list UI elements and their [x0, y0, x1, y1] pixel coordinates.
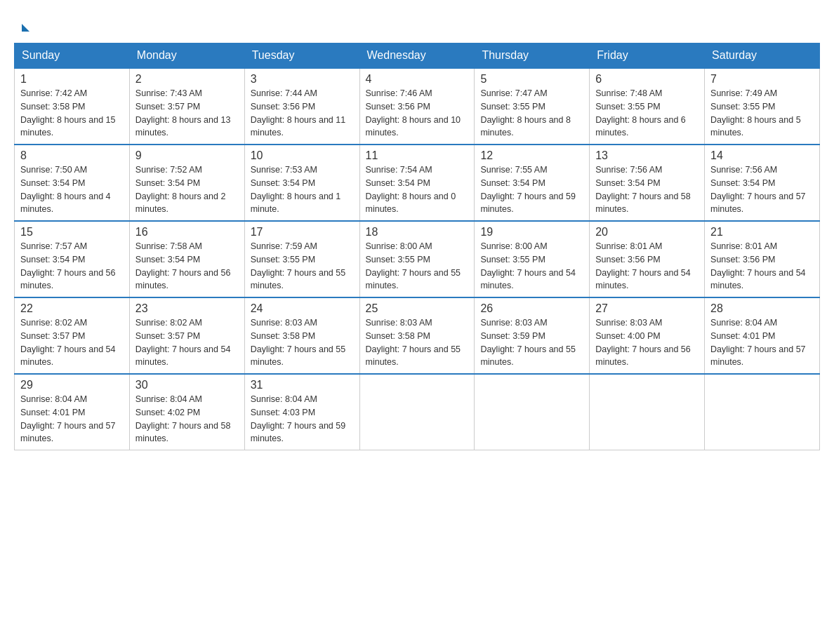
day-number: 1 — [20, 73, 124, 86]
day-info: Sunrise: 8:03 AMSunset: 3:58 PMDaylight:… — [366, 318, 461, 367]
calendar-cell: 14 Sunrise: 7:56 AMSunset: 3:54 PMDaylig… — [705, 145, 820, 221]
day-number: 27 — [595, 302, 699, 315]
day-number: 25 — [366, 302, 469, 315]
day-info: Sunrise: 8:01 AMSunset: 3:56 PMDaylight:… — [595, 241, 691, 290]
calendar-cell: 21 Sunrise: 8:01 AMSunset: 3:56 PMDaylig… — [705, 221, 820, 297]
day-info: Sunrise: 7:56 AMSunset: 3:54 PMDaylight:… — [710, 165, 806, 214]
column-header-saturday: Saturday — [705, 43, 820, 69]
day-number: 10 — [251, 149, 354, 162]
day-number: 12 — [480, 149, 583, 162]
day-info: Sunrise: 7:59 AMSunset: 3:55 PMDaylight:… — [251, 241, 346, 290]
day-number: 23 — [135, 302, 239, 315]
day-number: 5 — [480, 73, 583, 86]
day-info: Sunrise: 8:04 AMSunset: 4:02 PMDaylight:… — [135, 394, 231, 443]
day-info: Sunrise: 7:54 AMSunset: 3:54 PMDaylight:… — [366, 165, 456, 214]
day-info: Sunrise: 7:44 AMSunset: 3:56 PMDaylight:… — [251, 88, 346, 137]
calendar-cell: 9 Sunrise: 7:52 AMSunset: 3:54 PMDayligh… — [129, 145, 244, 221]
day-number: 31 — [251, 379, 354, 391]
day-info: Sunrise: 7:57 AMSunset: 3:54 PMDaylight:… — [20, 241, 116, 290]
column-header-thursday: Thursday — [475, 43, 590, 69]
day-number: 7 — [710, 73, 814, 86]
calendar-cell: 15 Sunrise: 7:57 AMSunset: 3:54 PMDaylig… — [15, 221, 130, 297]
day-info: Sunrise: 7:47 AMSunset: 3:55 PMDaylight:… — [480, 88, 571, 137]
calendar-cell: 29 Sunrise: 8:04 AMSunset: 4:01 PMDaylig… — [15, 374, 130, 450]
column-header-friday: Friday — [590, 43, 705, 69]
calendar-week-row: 29 Sunrise: 8:04 AMSunset: 4:01 PMDaylig… — [15, 374, 820, 450]
day-number: 17 — [251, 226, 354, 239]
day-number: 15 — [20, 226, 124, 239]
calendar-week-row: 15 Sunrise: 7:57 AMSunset: 3:54 PMDaylig… — [15, 221, 820, 297]
day-info: Sunrise: 7:46 AMSunset: 3:56 PMDaylight:… — [366, 88, 461, 137]
calendar-cell: 16 Sunrise: 7:58 AMSunset: 3:54 PMDaylig… — [129, 221, 244, 297]
day-number: 24 — [251, 302, 354, 315]
day-info: Sunrise: 8:02 AMSunset: 3:57 PMDaylight:… — [20, 318, 116, 367]
day-number: 2 — [135, 73, 239, 86]
calendar-cell — [590, 374, 705, 450]
day-number: 6 — [595, 73, 699, 86]
calendar-cell: 27 Sunrise: 8:03 AMSunset: 4:00 PMDaylig… — [590, 297, 705, 374]
day-info: Sunrise: 8:01 AMSunset: 3:56 PMDaylight:… — [710, 241, 806, 290]
day-number: 4 — [366, 73, 469, 86]
day-info: Sunrise: 8:04 AMSunset: 4:01 PMDaylight:… — [710, 318, 806, 367]
day-number: 30 — [135, 379, 239, 391]
day-info: Sunrise: 8:00 AMSunset: 3:55 PMDaylight:… — [480, 241, 576, 290]
day-info: Sunrise: 8:00 AMSunset: 3:55 PMDaylight:… — [366, 241, 461, 290]
column-header-tuesday: Tuesday — [244, 43, 359, 69]
day-info: Sunrise: 7:52 AMSunset: 3:54 PMDaylight:… — [135, 165, 226, 214]
calendar-header-row: SundayMondayTuesdayWednesdayThursdayFrid… — [15, 43, 820, 69]
calendar-cell: 5 Sunrise: 7:47 AMSunset: 3:55 PMDayligh… — [475, 68, 590, 145]
calendar-cell: 18 Sunrise: 8:00 AMSunset: 3:55 PMDaylig… — [359, 221, 475, 297]
calendar-cell: 8 Sunrise: 7:50 AMSunset: 3:54 PMDayligh… — [15, 145, 130, 221]
calendar-cell: 3 Sunrise: 7:44 AMSunset: 3:56 PMDayligh… — [244, 68, 359, 145]
day-number: 3 — [251, 73, 354, 86]
calendar-cell: 25 Sunrise: 8:03 AMSunset: 3:58 PMDaylig… — [359, 297, 475, 374]
calendar-week-row: 8 Sunrise: 7:50 AMSunset: 3:54 PMDayligh… — [15, 145, 820, 221]
calendar-cell: 4 Sunrise: 7:46 AMSunset: 3:56 PMDayligh… — [359, 68, 475, 145]
calendar-cell — [705, 374, 820, 450]
calendar-week-row: 1 Sunrise: 7:42 AMSunset: 3:58 PMDayligh… — [15, 68, 820, 145]
day-info: Sunrise: 7:42 AMSunset: 3:58 PMDaylight:… — [20, 88, 116, 137]
day-number: 29 — [20, 379, 124, 391]
calendar-week-row: 22 Sunrise: 8:02 AMSunset: 3:57 PMDaylig… — [15, 297, 820, 374]
calendar-cell: 10 Sunrise: 7:53 AMSunset: 3:54 PMDaylig… — [244, 145, 359, 221]
day-info: Sunrise: 7:53 AMSunset: 3:54 PMDaylight:… — [251, 165, 341, 214]
calendar-cell: 6 Sunrise: 7:48 AMSunset: 3:55 PMDayligh… — [590, 68, 705, 145]
day-number: 16 — [135, 226, 239, 239]
day-info: Sunrise: 7:56 AMSunset: 3:54 PMDaylight:… — [595, 165, 691, 214]
day-info: Sunrise: 7:58 AMSunset: 3:54 PMDaylight:… — [135, 241, 231, 290]
calendar-cell: 2 Sunrise: 7:43 AMSunset: 3:57 PMDayligh… — [129, 68, 244, 145]
calendar-cell: 31 Sunrise: 8:04 AMSunset: 4:03 PMDaylig… — [244, 374, 359, 450]
calendar-cell — [359, 374, 475, 450]
logo-arrow-icon — [22, 24, 29, 32]
day-info: Sunrise: 8:03 AMSunset: 4:00 PMDaylight:… — [595, 318, 691, 367]
day-number: 20 — [595, 226, 699, 239]
calendar-cell: 7 Sunrise: 7:49 AMSunset: 3:55 PMDayligh… — [705, 68, 820, 145]
day-number: 19 — [480, 226, 583, 239]
day-info: Sunrise: 8:04 AMSunset: 4:01 PMDaylight:… — [20, 394, 116, 443]
calendar-cell: 13 Sunrise: 7:56 AMSunset: 3:54 PMDaylig… — [590, 145, 705, 221]
calendar-cell — [475, 374, 590, 450]
day-number: 8 — [20, 149, 124, 162]
day-info: Sunrise: 8:03 AMSunset: 3:58 PMDaylight:… — [251, 318, 346, 367]
calendar-cell: 30 Sunrise: 8:04 AMSunset: 4:02 PMDaylig… — [129, 374, 244, 450]
day-number: 22 — [20, 302, 124, 315]
day-number: 18 — [366, 226, 469, 239]
calendar-cell: 24 Sunrise: 8:03 AMSunset: 3:58 PMDaylig… — [244, 297, 359, 374]
day-number: 21 — [710, 226, 814, 239]
day-info: Sunrise: 8:02 AMSunset: 3:57 PMDaylight:… — [135, 318, 231, 367]
calendar-cell: 1 Sunrise: 7:42 AMSunset: 3:58 PMDayligh… — [15, 68, 130, 145]
calendar-cell: 23 Sunrise: 8:02 AMSunset: 3:57 PMDaylig… — [129, 297, 244, 374]
day-number: 9 — [135, 149, 239, 162]
day-number: 14 — [710, 149, 814, 162]
logo — [21, 21, 29, 32]
column-header-sunday: Sunday — [15, 43, 130, 69]
calendar-cell: 28 Sunrise: 8:04 AMSunset: 4:01 PMDaylig… — [705, 297, 820, 374]
calendar-cell: 17 Sunrise: 7:59 AMSunset: 3:55 PMDaylig… — [244, 221, 359, 297]
day-info: Sunrise: 7:49 AMSunset: 3:55 PMDaylight:… — [710, 88, 801, 137]
day-number: 28 — [710, 302, 814, 315]
page-header — [14, 14, 820, 32]
column-header-wednesday: Wednesday — [359, 43, 475, 69]
calendar-table: SundayMondayTuesdayWednesdayThursdayFrid… — [14, 43, 820, 450]
day-info: Sunrise: 7:55 AMSunset: 3:54 PMDaylight:… — [480, 165, 576, 214]
day-number: 11 — [366, 149, 469, 162]
